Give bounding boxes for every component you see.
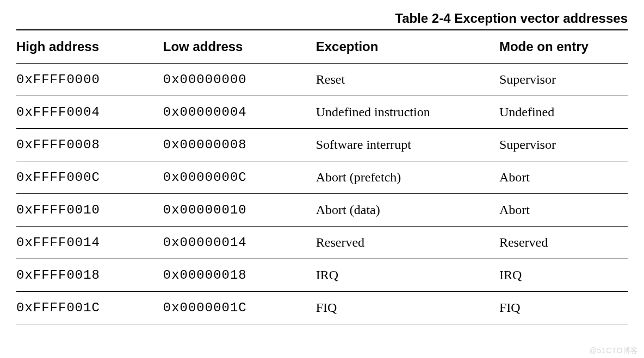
col-header-low-address: Low address xyxy=(163,30,316,64)
col-header-high-address: High address xyxy=(16,30,163,64)
table-row: 0xFFFF0000 0x00000000 Reset Supervisor xyxy=(16,64,628,96)
cell-mode: Abort xyxy=(499,194,628,227)
cell-exception: Reserved xyxy=(316,227,499,259)
table-row: 0xFFFF001C 0x0000001C FIQ FIQ xyxy=(16,292,628,324)
cell-mode: Abort xyxy=(499,161,628,194)
cell-high-address: 0xFFFF001C xyxy=(16,292,163,324)
cell-low-address: 0x00000008 xyxy=(163,129,316,161)
cell-low-address: 0x00000014 xyxy=(163,227,316,259)
col-header-mode: Mode on entry xyxy=(499,30,628,64)
table-header-row: High address Low address Exception Mode … xyxy=(16,30,628,64)
exception-vector-table: High address Low address Exception Mode … xyxy=(16,29,628,324)
cell-mode: IRQ xyxy=(499,259,628,292)
cell-low-address: 0x00000018 xyxy=(163,259,316,292)
cell-exception: FIQ xyxy=(316,292,499,324)
cell-high-address: 0xFFFF000C xyxy=(16,161,163,194)
cell-exception: Software interrupt xyxy=(316,129,499,161)
table-row: 0xFFFF0004 0x00000004 Undefined instruct… xyxy=(16,96,628,129)
cell-high-address: 0xFFFF0004 xyxy=(16,96,163,129)
cell-exception: Abort (prefetch) xyxy=(316,161,499,194)
cell-mode: Supervisor xyxy=(499,64,628,96)
table-row: 0xFFFF0008 0x00000008 Software interrupt… xyxy=(16,129,628,161)
cell-high-address: 0xFFFF0014 xyxy=(16,227,163,259)
cell-exception: Abort (data) xyxy=(316,194,499,227)
cell-exception: Reset xyxy=(316,64,499,96)
table-row: 0xFFFF0010 0x00000010 Abort (data) Abort xyxy=(16,194,628,227)
cell-low-address: 0x00000004 xyxy=(163,96,316,129)
table-caption: Table 2-4 Exception vector addresses xyxy=(16,11,628,26)
document-page: Table 2-4 Exception vector addresses Hig… xyxy=(0,0,644,330)
cell-high-address: 0xFFFF0018 xyxy=(16,259,163,292)
cell-mode: Reserved xyxy=(499,227,628,259)
col-header-exception: Exception xyxy=(316,30,499,64)
table-row: 0xFFFF0014 0x00000014 Reserved Reserved xyxy=(16,227,628,259)
cell-mode: FIQ xyxy=(499,292,628,324)
cell-low-address: 0x0000000C xyxy=(163,161,316,194)
table-row: 0xFFFF000C 0x0000000C Abort (prefetch) A… xyxy=(16,161,628,194)
cell-low-address: 0x0000001C xyxy=(163,292,316,324)
cell-mode: Supervisor xyxy=(499,129,628,161)
cell-high-address: 0xFFFF0000 xyxy=(16,64,163,96)
table-row: 0xFFFF0018 0x00000018 IRQ IRQ xyxy=(16,259,628,292)
cell-exception: IRQ xyxy=(316,259,499,292)
cell-exception: Undefined instruction xyxy=(316,96,499,129)
cell-low-address: 0x00000010 xyxy=(163,194,316,227)
cell-high-address: 0xFFFF0010 xyxy=(16,194,163,227)
cell-high-address: 0xFFFF0008 xyxy=(16,129,163,161)
cell-low-address: 0x00000000 xyxy=(163,64,316,96)
cell-mode: Undefined xyxy=(499,96,628,129)
watermark-text: @51CTO博客 xyxy=(589,346,639,356)
